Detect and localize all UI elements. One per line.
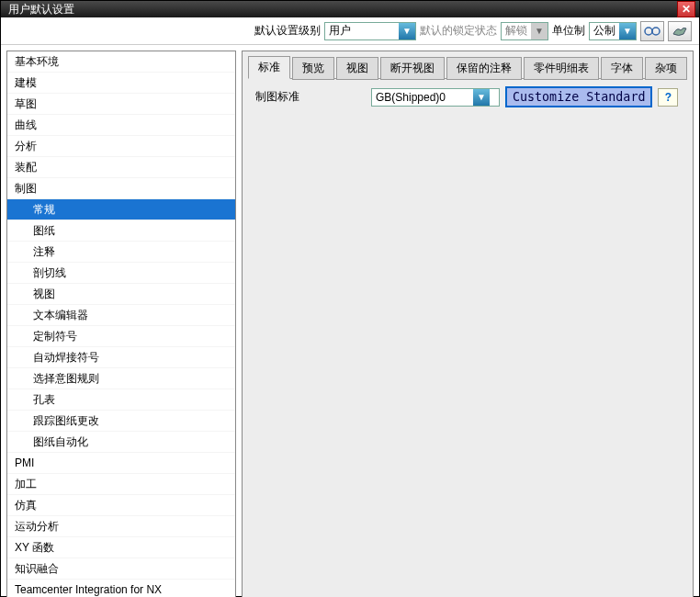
standard-label: 制图标准 <box>255 89 366 105</box>
tree-item[interactable]: 仿真 <box>7 495 235 516</box>
tree-child-item[interactable]: 自动焊接符号 <box>7 347 235 368</box>
tree-child-item[interactable]: 定制符号 <box>7 326 235 347</box>
toolbar: 默认设置级别 用户 ▼ 默认的锁定状态 解锁 ▼ 单位制 公制 ▼ <box>1 17 699 45</box>
tab-2[interactable]: 视图 <box>336 57 378 80</box>
help-icon[interactable]: ? <box>658 88 678 107</box>
tab-6[interactable]: 字体 <box>601 57 643 80</box>
window-title: 用户默认设置 <box>8 2 677 17</box>
tree-child-item[interactable]: 视图 <box>7 284 235 305</box>
tab-bar: 标准预览视图断开视图保留的注释零件明细表字体杂项 <box>243 51 693 78</box>
chevron-down-icon[interactable]: ▼ <box>619 23 636 39</box>
goggles-icon[interactable] <box>640 21 664 41</box>
lock-combo: 解锁 ▼ <box>501 22 548 40</box>
tree-item[interactable]: 知识融合 <box>7 558 235 580</box>
tree-item[interactable]: 制图 <box>7 178 235 199</box>
tree-child-item[interactable]: 文本编辑器 <box>7 305 235 326</box>
tree-item[interactable]: 分析 <box>7 136 235 157</box>
standard-row: 制图标准 GB(Shipped)0 ▼ Customize Standard ? <box>255 86 680 107</box>
bird-icon[interactable] <box>668 21 692 41</box>
content-pane: 标准预览视图断开视图保留的注释零件明细表字体杂项 制图标准 GB(Shipped… <box>242 51 694 597</box>
tree-item[interactable]: XY 函数 <box>7 537 235 558</box>
tree-item[interactable]: Teamcenter Integration for NX <box>7 580 235 597</box>
unit-label: 单位制 <box>552 23 585 39</box>
tab-content: 制图标准 GB(Shipped)0 ▼ Customize Standard ? <box>248 78 687 597</box>
tree-child-item[interactable]: 图纸 <box>7 220 235 242</box>
unit-value: 公制 <box>590 23 619 39</box>
tree-child-item[interactable]: 图纸自动化 <box>7 432 235 453</box>
tab-5[interactable]: 零件明细表 <box>524 57 599 80</box>
dialog-window: 用户默认设置 ✕ 默认设置级别 用户 ▼ 默认的锁定状态 解锁 ▼ 单位制 公制… <box>0 0 700 597</box>
tree-item[interactable]: 基本环境 <box>7 51 235 73</box>
level-value: 用户 <box>325 23 399 39</box>
tree-item[interactable]: 运动分析 <box>7 516 235 537</box>
customize-standard-button[interactable]: Customize Standard <box>505 86 652 107</box>
svg-point-0 <box>645 28 652 35</box>
tree-child-item[interactable]: 注释 <box>7 242 235 263</box>
lock-label: 默认的锁定状态 <box>420 23 497 39</box>
title-bar: 用户默认设置 ✕ <box>1 1 699 17</box>
standard-value: GB(Shipped)0 <box>372 91 473 104</box>
tree-item[interactable]: 曲线 <box>7 115 235 136</box>
tree-scroll[interactable]: 基本环境建模草图曲线分析装配制图常规图纸注释剖切线视图文本编辑器定制符号自动焊接… <box>7 51 235 597</box>
navigation-tree: 基本环境建模草图曲线分析装配制图常规图纸注释剖切线视图文本编辑器定制符号自动焊接… <box>6 51 236 597</box>
tree-child-item[interactable]: 常规 <box>7 199 235 220</box>
body: 基本环境建模草图曲线分析装配制图常规图纸注释剖切线视图文本编辑器定制符号自动焊接… <box>1 45 699 597</box>
lock-value: 解锁 <box>502 23 531 39</box>
tab-1[interactable]: 预览 <box>292 57 334 80</box>
level-label: 默认设置级别 <box>254 23 321 39</box>
tab-7[interactable]: 杂项 <box>645 57 687 80</box>
tree-item[interactable]: 草图 <box>7 94 235 115</box>
tree-item[interactable]: 加工 <box>7 474 235 495</box>
tree-child-item[interactable]: 孔表 <box>7 389 235 411</box>
standard-combo[interactable]: GB(Shipped)0 ▼ <box>371 88 500 107</box>
chevron-down-icon: ▼ <box>531 23 548 39</box>
svg-point-1 <box>652 28 660 35</box>
chevron-down-icon[interactable]: ▼ <box>399 23 415 39</box>
tree-item[interactable]: 建模 <box>7 73 235 94</box>
tree-child-item[interactable]: 剖切线 <box>7 263 235 284</box>
chevron-down-icon[interactable]: ▼ <box>473 89 490 106</box>
tree-child-item[interactable]: 选择意图规则 <box>7 368 235 389</box>
close-icon[interactable]: ✕ <box>677 1 695 17</box>
tab-3[interactable]: 断开视图 <box>380 57 445 80</box>
tab-4[interactable]: 保留的注释 <box>446 57 522 80</box>
tree-item[interactable]: PMI <box>7 453 235 474</box>
level-combo[interactable]: 用户 ▼ <box>324 22 416 40</box>
unit-combo[interactable]: 公制 ▼ <box>589 22 637 40</box>
tree-child-item[interactable]: 跟踪图纸更改 <box>7 411 235 432</box>
tab-0[interactable]: 标准 <box>248 56 290 79</box>
tree-item[interactable]: 装配 <box>7 157 235 178</box>
